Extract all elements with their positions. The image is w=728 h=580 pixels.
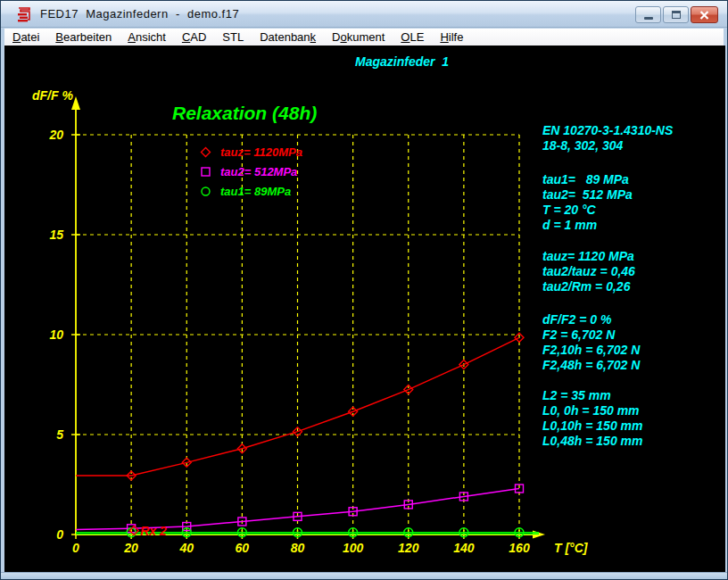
document-title: Magazinfeder 1 [355, 54, 449, 69]
app-window: FED17 Magazinfedern - demo.f17 DateiBear… [0, 0, 728, 580]
chart-area: Rx 202040608010012014016005101520T [°C] … [4, 46, 725, 572]
menu-item-hilfe[interactable]: Hilfe [432, 29, 471, 45]
menu-item-datei[interactable]: Datei [4, 29, 47, 45]
info-block-0: EN 10270-3-1.4310-NS 18-8, 302, 304 [542, 123, 673, 153]
y-tick-label: 5 [56, 427, 63, 442]
close-button[interactable] [691, 6, 718, 23]
menu-item-stl[interactable]: STL [214, 29, 252, 45]
chart-title: Relaxation (48h) [172, 103, 317, 124]
maximize-button[interactable] [663, 6, 689, 23]
y-tick-label: 0 [56, 527, 63, 542]
legend-label: tau2= 512MPa [220, 165, 297, 178]
x-tick-label: 20 [123, 541, 138, 555]
x-tick-label: 80 [291, 541, 305, 555]
legend-item-0: tauz= 1120MPa [199, 142, 302, 162]
menu-bar: DateiBearbeitenAnsichtCADSTLDatenbankDok… [4, 29, 724, 46]
info-block-4: L2 = 35 mm L0, 0h = 150 mm L0,10h = 150 … [542, 388, 642, 449]
menu-item-cad[interactable]: CAD [174, 29, 214, 45]
menu-item-bearbeiten[interactable]: Bearbeiten [47, 29, 120, 45]
annotation-label: Rx 2 [140, 524, 167, 538]
x-tick-label: 40 [178, 541, 194, 555]
info-block-1: tau1= 89 MPa tau2= 512 MPa T = 20 °C d =… [542, 172, 633, 233]
y-tick-label: 15 [49, 228, 63, 242]
x-tick-label: 100 [343, 541, 364, 555]
legend-label: tauz= 1120MPa [220, 145, 302, 159]
app-icon [15, 5, 33, 23]
close-icon [699, 11, 709, 20]
chart-legend: tauz= 1120MPatau2= 512MPatau1= 89MPa [199, 142, 302, 201]
x-tick-label: 120 [398, 541, 419, 555]
legend-label: tau1= 89MPa [220, 185, 291, 198]
y-tick-label: 10 [49, 327, 63, 342]
info-block-2: tauz= 1120 MPa tau2/tauz = 0,46 tau2/Rm … [542, 249, 635, 294]
info-block-3: dF/F2 = 0 % F2 = 6,702 N F2,10h = 6,702 … [542, 312, 640, 373]
maximize-icon [672, 11, 681, 19]
window-title: FED17 Magazinfedern - demo.f17 [40, 7, 239, 21]
y-tick-label: 20 [48, 128, 63, 142]
x-tick-label: 60 [236, 541, 250, 555]
diamond-marker-icon [199, 145, 212, 159]
y-axis-label: dF/F % [32, 88, 73, 103]
x-tick-label: 160 [509, 541, 530, 555]
x-tick-label: 140 [453, 541, 475, 555]
window-bottom-frame [1, 572, 727, 580]
x-axis-arrow-icon [533, 531, 545, 539]
legend-item-2: tau1= 89MPa [199, 181, 302, 201]
x-tick-label: 0 [72, 541, 79, 555]
menu-item-datenbank[interactable]: Datenbank [252, 29, 324, 45]
minimize-icon [644, 17, 653, 20]
menu-item-ansicht[interactable]: Ansicht [120, 29, 174, 45]
menu-item-ole[interactable]: OLE [393, 29, 432, 45]
square-marker-icon [199, 165, 212, 178]
legend-item-1: tau2= 512MPa [199, 162, 302, 181]
menu-item-dokument[interactable]: Dokument [324, 29, 393, 45]
minimize-button[interactable] [635, 6, 661, 23]
circle-marker-icon [199, 185, 212, 198]
title-bar[interactable]: FED17 Magazinfedern - demo.f17 [1, 1, 727, 28]
x-axis-label: T [°C] [554, 541, 589, 555]
